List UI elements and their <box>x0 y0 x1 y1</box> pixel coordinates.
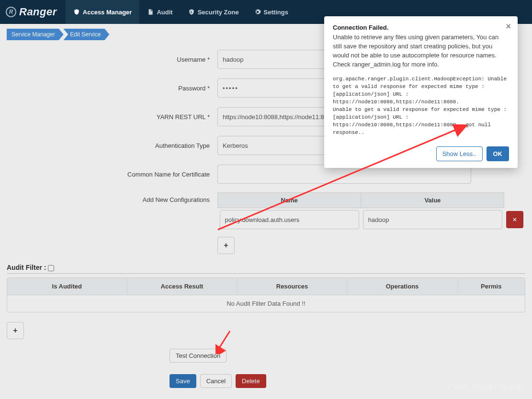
brand-badge-icon: R <box>6 7 16 17</box>
col-operations: Operations <box>347 278 457 295</box>
config-col-value: Value <box>361 193 504 208</box>
config-col-name: Name <box>218 193 361 208</box>
config-value-input[interactable] <box>363 210 502 229</box>
audit-filter-section: Audit Filter : <box>7 264 525 274</box>
username-label: Username * <box>7 56 217 63</box>
show-less-button[interactable]: Show Less.. <box>436 146 483 161</box>
auth-type-label: Authentication Type <box>7 142 217 149</box>
test-connection-button[interactable]: Test Connection <box>170 349 226 363</box>
nav-settings[interactable]: Settings <box>247 0 296 24</box>
delete-button[interactable]: Delete <box>236 374 266 388</box>
audit-filter-label: Audit Filter : <box>7 264 46 271</box>
modal-title: Connection Failed. <box>333 24 509 31</box>
audit-empty-message: No Audit Filter Data Found !! <box>7 295 525 312</box>
nav-audit[interactable]: Audit <box>139 0 180 24</box>
nav-access-manager[interactable]: Access Manager <box>66 0 140 24</box>
gear-icon <box>254 9 261 15</box>
add-config-label: Add New Configurations <box>7 192 217 203</box>
nav-access-label: Access Manager <box>83 9 132 16</box>
nav-security-zone[interactable]: Security Zone <box>181 0 247 24</box>
yarn-rest-label: YARN REST URL * <box>7 113 217 121</box>
nav-security-label: Security Zone <box>198 9 239 16</box>
auth-type-value: Kerberos <box>223 142 248 149</box>
config-name-input[interactable] <box>220 210 359 229</box>
brand-name: Ranger <box>19 6 57 18</box>
watermark: CSDN @懒惰の天真热 <box>448 383 523 392</box>
col-access-result: Access Result <box>127 278 237 295</box>
password-label: Password * <box>7 85 217 92</box>
col-is-audited: Is Audited <box>7 278 127 295</box>
shield-icon <box>73 9 80 15</box>
save-button[interactable]: Save <box>170 374 196 388</box>
audit-add-button[interactable]: + <box>7 322 24 339</box>
modal-close-button[interactable]: × <box>506 22 511 31</box>
config-row <box>218 208 526 232</box>
cert-label: Common Name for Certificate <box>7 171 217 178</box>
audit-filter-table: Is Audited Access Result Resources Opera… <box>7 278 525 312</box>
cancel-button[interactable]: Cancel <box>200 374 232 388</box>
col-resources: Resources <box>237 278 347 295</box>
breadcrumb-service-manager[interactable]: Service Manager <box>7 29 64 40</box>
document-icon <box>147 9 154 15</box>
ok-button[interactable]: OK <box>487 146 509 161</box>
config-add-button[interactable]: + <box>217 237 235 254</box>
connection-failed-modal: × Connection Failed. Unable to retrieve … <box>324 16 518 168</box>
nav-audit-label: Audit <box>157 9 172 16</box>
modal-stacktrace: org.apache.ranger.plugin.client.HadoopEx… <box>333 76 509 137</box>
audit-filter-checkbox[interactable] <box>48 265 54 271</box>
nav-settings-label: Settings <box>264 9 288 16</box>
breadcrumb-edit-service[interactable]: Edit Service <box>63 29 109 40</box>
brand-logo[interactable]: R Ranger <box>6 6 57 18</box>
config-table: Name Value <box>217 192 525 231</box>
close-icon <box>512 217 518 222</box>
col-permissions: Permis <box>457 278 525 295</box>
bolt-shield-icon <box>188 9 195 15</box>
modal-description: Unable to retrieve any files using given… <box>333 33 509 69</box>
config-remove-button[interactable] <box>506 211 523 228</box>
